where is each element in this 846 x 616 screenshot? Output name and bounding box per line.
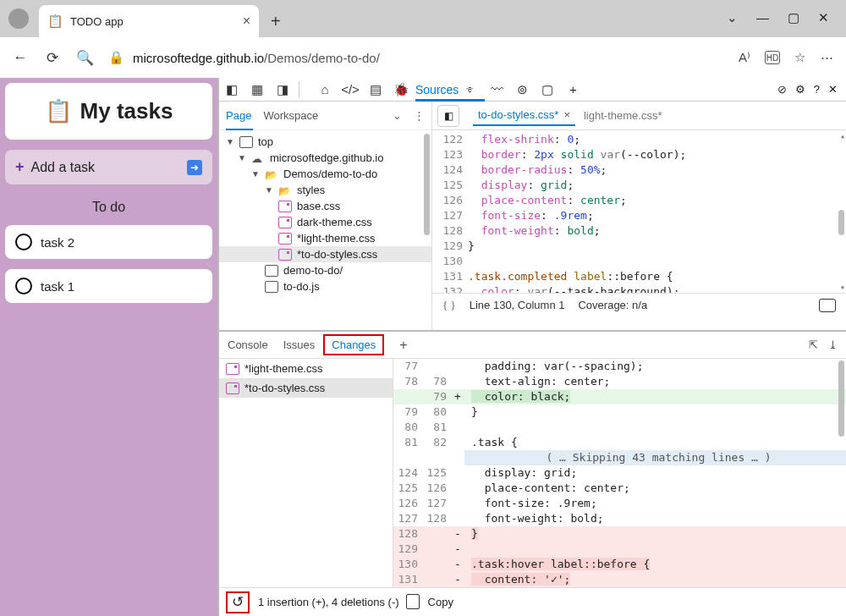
sources-tab[interactable]: 🐞: [388, 82, 414, 97]
help-icon[interactable]: ?: [814, 83, 820, 96]
revert-button[interactable]: ↺: [226, 591, 250, 613]
tree-file[interactable]: to-do.js: [219, 278, 431, 294]
add-task-input[interactable]: + Add a task ➜: [5, 150, 212, 184]
scrollbar[interactable]: [424, 134, 430, 235]
lock-icon: 🔒: [108, 50, 124, 65]
add-tab-icon[interactable]: +: [399, 338, 407, 353]
clipboard-icon: 📋: [45, 98, 72, 124]
tree-file[interactable]: base.css: [219, 198, 431, 214]
errors-icon[interactable]: ⊘: [777, 83, 787, 96]
code-area[interactable]: 122123124125126127128129130131132 flex-s…: [432, 130, 846, 293]
sources-label: Sources: [415, 83, 459, 96]
coverage-label: Coverage: n/a: [578, 299, 647, 311]
tree-file[interactable]: demo-to-do/: [219, 262, 431, 278]
profile-avatar[interactable]: [8, 8, 29, 29]
window-titlebar: 📋 TODO app × + ⌄ — ▢ ✕: [0, 0, 846, 37]
tree-file[interactable]: dark-theme.css: [219, 214, 431, 230]
devtools-toolbar: ◧ ▦ ◨ ⌂ </> ▤ 🐞 Sources ᯤ 〰 ⊚ ▢ + ⊘ ⚙ ? …: [219, 78, 846, 102]
task-row[interactable]: task 1: [5, 269, 212, 303]
devtools-drawer: Console Issues Changes + ⇱ ⤓ *light-them…: [219, 330, 846, 616]
tab-favicon: 📋: [47, 14, 63, 29]
plus-icon: +: [15, 158, 25, 176]
diff-view[interactable]: 77 padding: var(--spacing); 7878 text-al…: [393, 359, 846, 587]
section-label: To do: [5, 200, 212, 215]
maximize-icon[interactable]: ▢: [788, 10, 799, 25]
editor-tab-active[interactable]: to-do-styles.css*×: [473, 105, 575, 126]
pretty-print-icon[interactable]: [819, 299, 836, 312]
workspace-tab[interactable]: Workspace: [263, 109, 389, 122]
new-tab-button[interactable]: +: [271, 12, 281, 31]
page-header: 📋 My tasks: [5, 83, 212, 140]
elements-icon[interactable]: </>: [338, 82, 363, 96]
device-icon[interactable]: ▦: [244, 82, 270, 97]
welcome-icon[interactable]: ⌂: [312, 82, 338, 96]
tree-node-top[interactable]: ▼top: [219, 134, 431, 150]
gutter: 122123124125126127128129130131132: [432, 130, 468, 293]
application-icon[interactable]: ▢: [535, 82, 560, 97]
close-window-icon[interactable]: ✕: [818, 10, 829, 25]
drawer-tab-changes[interactable]: Changes: [332, 338, 376, 351]
rendered-page: 📋 My tasks + Add a task ➜ To do task 2 t…: [0, 78, 217, 616]
changed-files-list: *light-theme.css *to-do-styles.css: [219, 359, 393, 587]
close-devtools-icon[interactable]: ✕: [828, 83, 838, 96]
close-icon[interactable]: ×: [563, 108, 570, 121]
memory-icon[interactable]: ⊚: [509, 82, 535, 97]
copy-label[interactable]: Copy: [428, 596, 453, 608]
changed-file-selected[interactable]: *to-do-styles.css: [219, 378, 393, 398]
changed-file[interactable]: *light-theme.css: [219, 359, 393, 378]
browser-tab[interactable]: 📋 TODO app ×: [39, 5, 259, 37]
task-row[interactable]: task 2: [5, 225, 212, 259]
more-icon[interactable]: ⋯: [820, 49, 834, 66]
address-bar[interactable]: 🔒 microsoftedge.github.io/Demos/demo-to-…: [108, 43, 722, 72]
scrollbar[interactable]: [838, 210, 844, 235]
tree-node-folder[interactable]: ▼styles: [219, 182, 431, 198]
performance-icon[interactable]: 〰: [484, 82, 509, 96]
chevron-down-icon[interactable]: ⌄: [393, 109, 402, 122]
tree-node-origin[interactable]: ▼microsoftedge.github.io: [219, 150, 431, 166]
drawer-tab-issues[interactable]: Issues: [283, 338, 316, 351]
file-tree: ▼top ▼microsoftedge.github.io ▼Demos/dem…: [219, 130, 431, 298]
url-text: microsoftedge.github.io/Demos/demo-to-do…: [133, 51, 380, 65]
checkbox-icon[interactable]: [15, 278, 32, 294]
chevron-down-icon[interactable]: ⌄: [727, 10, 738, 25]
cursor-position: Line 130, Column 1: [470, 299, 565, 311]
dock-icon[interactable]: ⤓: [828, 338, 838, 351]
read-aloud-icon[interactable]: A⁾: [738, 49, 751, 66]
dock-icon[interactable]: ◨: [270, 82, 295, 97]
expand-icon[interactable]: ⇱: [809, 338, 818, 351]
refresh-button[interactable]: ⟳: [44, 49, 61, 66]
tree-file-selected[interactable]: *to-do-styles.css: [219, 246, 431, 262]
back-button[interactable]: ←: [12, 49, 29, 66]
settings-icon[interactable]: ⚙: [795, 83, 805, 96]
editor-tab[interactable]: light-theme.css*: [579, 106, 667, 125]
tab-title: TODO app: [70, 15, 236, 28]
changes-footer: ↺ 1 insertion (+), 4 deletions (-) Copy: [219, 587, 846, 616]
browser-toolbar: ← ⟳ 🔍 🔒 microsoftedge.github.io/Demos/de…: [0, 37, 846, 78]
console-icon[interactable]: ▤: [363, 82, 388, 97]
favorite-icon[interactable]: ☆: [794, 49, 806, 66]
inspect-icon[interactable]: ◧: [219, 82, 244, 97]
navigator-toggle-icon[interactable]: ◧: [437, 105, 459, 127]
add-task-placeholder: Add a task: [31, 160, 180, 175]
network-icon[interactable]: ᯤ: [459, 82, 484, 96]
task-label: task 1: [41, 279, 74, 294]
submit-icon[interactable]: ➜: [187, 160, 202, 175]
devtools-panel: ◧ ▦ ◨ ⌂ </> ▤ 🐞 Sources ᯤ 〰 ⊚ ▢ + ⊘ ⚙ ? …: [217, 78, 846, 616]
braces-icon[interactable]: { }: [442, 299, 456, 312]
drawer-tab-console[interactable]: Console: [228, 338, 268, 351]
minimize-icon[interactable]: —: [756, 10, 769, 25]
copy-icon[interactable]: [408, 596, 420, 609]
more-tabs-icon[interactable]: +: [560, 82, 585, 96]
editor-status: { } Line 130, Column 1 Coverage: n/a: [432, 293, 846, 316]
page-title: My tasks: [80, 98, 173, 124]
scrollbar[interactable]: [838, 360, 844, 437]
page-tab[interactable]: Page: [226, 109, 251, 122]
tree-file[interactable]: *light-theme.css: [219, 230, 431, 246]
tree-node-folder[interactable]: ▼Demos/demo-to-do: [219, 166, 431, 182]
search-icon[interactable]: 🔍: [76, 49, 93, 66]
checkbox-icon[interactable]: [15, 234, 32, 250]
highlight-box: Changes: [323, 334, 384, 355]
more-icon[interactable]: ⋮: [414, 109, 425, 122]
tab-close-icon[interactable]: ×: [243, 14, 250, 29]
hd-icon[interactable]: HD: [765, 51, 780, 64]
